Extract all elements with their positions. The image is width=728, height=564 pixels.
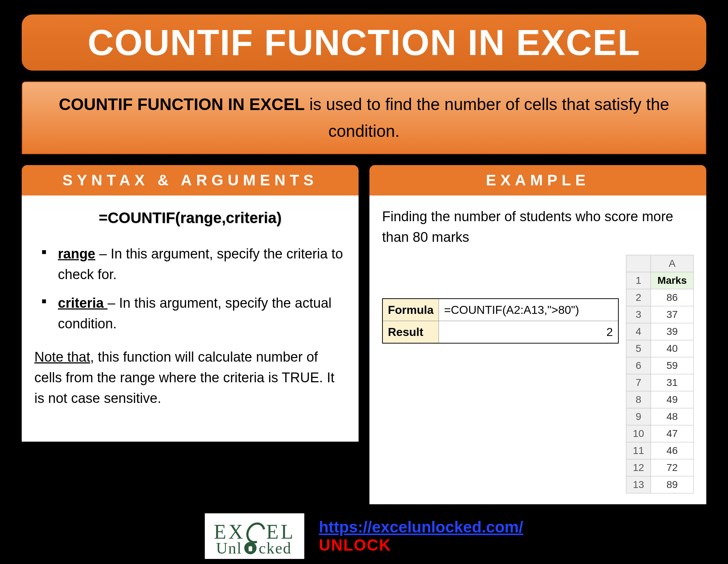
marks-cell: 59 <box>651 357 694 374</box>
example-row: Formula =COUNTIF(A2:A13,">80") Result 2 … <box>382 255 694 493</box>
marks-cell: 39 <box>651 323 694 340</box>
table-corner <box>626 255 651 272</box>
example-text: Finding the number of students who score… <box>382 206 694 248</box>
row-num: 1 <box>626 272 651 289</box>
marks-cell: 72 <box>651 459 694 476</box>
marks-cell: 49 <box>651 391 694 408</box>
arg-criteria-term: criteria <box>58 295 107 311</box>
marks-cell: 40 <box>651 340 694 357</box>
example-body: Finding the number of students who score… <box>369 195 706 504</box>
row-num: 2 <box>626 289 651 306</box>
marks-cell: 31 <box>651 374 694 391</box>
marks-cell: 89 <box>651 476 694 493</box>
logo-text: EXEL Unlcked <box>214 517 295 555</box>
row-num: 3 <box>626 306 651 323</box>
logo-unl: Unl <box>216 541 242 556</box>
arg-range-term: range <box>58 246 95 261</box>
logo-el: EL <box>266 523 295 541</box>
footer-links: https://excelunlocked.com/ UNLOCK <box>319 518 523 554</box>
example-column: EXAMPLE Finding the number of students w… <box>369 165 706 504</box>
formula-result-table: Formula =COUNTIF(A2:A13,">80") Result 2 <box>382 298 619 344</box>
logo-line1: EXEL <box>214 517 295 541</box>
row-num: 13 <box>626 476 651 493</box>
row-num: 8 <box>626 391 651 408</box>
arguments-list: range – In this argument, specify the cr… <box>34 244 346 334</box>
row-num: 9 <box>626 408 651 425</box>
marks-table: A 1Marks 286 337 439 540 659 731 849 948… <box>626 255 694 493</box>
lock-icon <box>244 542 257 554</box>
row-num: 11 <box>626 442 651 459</box>
description-bold: COUNTIF FUNCTION IN EXCEL <box>59 95 305 114</box>
marks-header-cell: Marks <box>651 272 694 289</box>
formula-value: =COUNTIF(A2:A13,">80") <box>439 299 618 321</box>
result-value: 2 <box>439 321 618 344</box>
row-num: 12 <box>626 459 651 476</box>
logo: EXEL Unlcked <box>205 513 304 559</box>
syntax-body: =COUNTIF(range,criteria) range – In this… <box>22 195 359 442</box>
footer: EXEL Unlcked https://excelunlocked.com/ … <box>22 513 706 559</box>
marks-cell: 46 <box>651 442 694 459</box>
marks-cell: 47 <box>651 425 694 442</box>
syntax-column: SYNTAX & ARGUMENTS =COUNTIF(range,criter… <box>22 165 359 504</box>
unlock-text: UNLOCK <box>319 536 523 554</box>
arg-criteria: criteria – In this argument, specify the… <box>42 293 346 334</box>
website-link[interactable]: https://excelunlocked.com/ <box>319 518 523 536</box>
description-box: COUNTIF FUNCTION IN EXCEL is used to fin… <box>22 81 706 154</box>
marks-cell: 37 <box>651 306 694 323</box>
marks-cell: 86 <box>651 289 694 306</box>
row-num: 10 <box>626 425 651 442</box>
arg-range-text: – In this argument, specify the criteria… <box>58 246 343 282</box>
row-num: 4 <box>626 323 651 340</box>
logo-cked: cked <box>259 541 292 556</box>
syntax-header: SYNTAX & ARGUMENTS <box>22 165 359 195</box>
formula-label: Formula <box>382 299 439 321</box>
row-num: 6 <box>626 357 651 374</box>
row-num: 7 <box>626 374 651 391</box>
columns: SYNTAX & ARGUMENTS =COUNTIF(range,criter… <box>22 165 706 504</box>
row-num: 5 <box>626 340 651 357</box>
result-label: Result <box>382 321 439 344</box>
logo-ex: EX <box>214 523 245 541</box>
page-title: COUNTIF FUNCTION IN EXCEL <box>36 22 692 63</box>
note-underline: Note that <box>34 349 90 365</box>
arg-range: range – In this argument, specify the cr… <box>42 244 346 285</box>
description-text: is used to find the number of cells that… <box>305 95 669 140</box>
marks-cell: 48 <box>651 408 694 425</box>
example-header: EXAMPLE <box>369 165 706 195</box>
note: Note that, this function will calculate … <box>34 347 346 409</box>
formula-syntax: =COUNTIF(range,criteria) <box>34 206 346 229</box>
col-letter-a: A <box>651 255 694 272</box>
title-bar: COUNTIF FUNCTION IN EXCEL <box>22 14 706 71</box>
